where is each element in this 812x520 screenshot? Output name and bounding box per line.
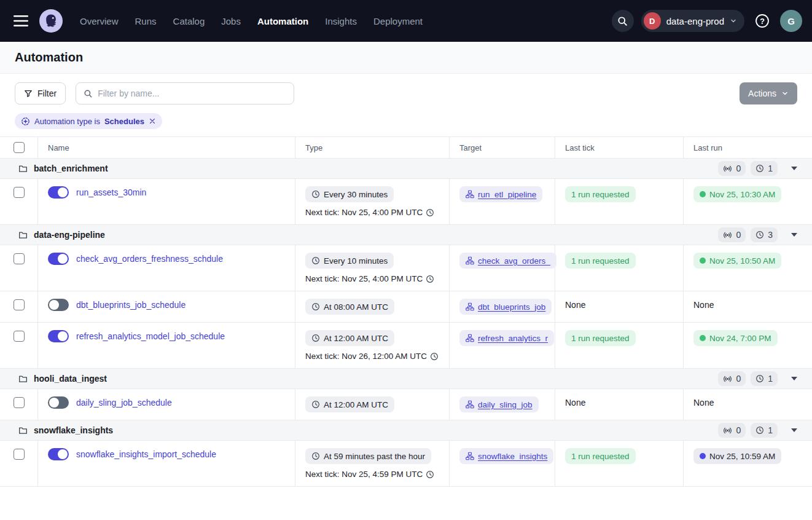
svg-text:?: ? (760, 17, 765, 26)
help-button[interactable]: ? (752, 10, 773, 31)
target-cell: dbt_blueprints_job (450, 291, 555, 322)
row-checkbox[interactable] (14, 449, 25, 460)
nav-overview[interactable]: Overview (80, 16, 119, 26)
row-checkbox[interactable] (14, 397, 25, 408)
job-graph-icon (466, 334, 474, 342)
filter-button[interactable]: Filter (15, 82, 66, 104)
repo-group-row[interactable]: hooli_data_ingest01 (0, 369, 812, 389)
sensor-count: 0 (736, 230, 741, 240)
run-status-dot (700, 258, 706, 264)
toggle-knob (58, 449, 68, 459)
deployment-name: data-eng-prod (666, 16, 724, 26)
automation-name-link[interactable]: check_avg_orders_freshness_schdule (76, 254, 223, 264)
toggle-knob (49, 300, 59, 310)
collapse-chevron-icon[interactable] (791, 428, 797, 432)
filter-funnel-icon (24, 89, 33, 98)
column-header-target: Target (450, 137, 555, 158)
close-icon[interactable] (149, 117, 156, 125)
target-name: dbt_blueprints_job (478, 302, 545, 312)
row-checkbox[interactable] (14, 187, 25, 198)
chevron-down-icon (730, 17, 737, 25)
schedule-interval-chip: Every 10 minutes (305, 253, 394, 269)
schedule-toggle[interactable] (48, 448, 69, 460)
last-run-cell: None (684, 291, 812, 322)
target-chip[interactable]: refresh_analytics_r (459, 330, 554, 346)
nav-runs[interactable]: Runs (135, 16, 157, 26)
last-run-link[interactable]: Nov 25, 10:50 AM (693, 253, 781, 269)
name-cell: snowflake_insights_import_schedule (38, 441, 295, 486)
sensor-count-badge: 0 (718, 161, 746, 176)
row-checkbox-cell (0, 389, 38, 420)
type-cell: At 12:00 AM UTCNext tick: Nov 26, 12:00 … (295, 323, 450, 368)
target-chip[interactable]: check_avg_orders_ (459, 253, 556, 269)
schedule-count-badge: 1 (751, 371, 778, 386)
page-title: Automation (15, 50, 83, 65)
nav-jobs[interactable]: Jobs (221, 16, 241, 26)
collapse-chevron-icon[interactable] (791, 167, 797, 170)
clock-icon (311, 400, 320, 409)
name-filter-input[interactable] (98, 89, 286, 98)
automation-row: snowflake_insights_import_scheduleAt 59 … (0, 441, 812, 487)
sensor-icon (723, 164, 732, 173)
collapse-chevron-icon[interactable] (791, 233, 797, 237)
row-checkbox[interactable] (14, 299, 25, 310)
automations-table: Name Type Target Last tick Last run batc… (0, 137, 812, 487)
nav-insights[interactable]: Insights (325, 16, 357, 26)
help-icon: ? (754, 13, 770, 29)
topbar: OverviewRunsCatalogJobsAutomationInsight… (0, 0, 812, 42)
collapse-chevron-icon[interactable] (791, 377, 797, 380)
filter-chip-automation-type[interactable]: Automation type is Schedules (15, 113, 162, 129)
row-checkbox[interactable] (14, 331, 25, 342)
automation-name-link[interactable]: snowflake_insights_import_schedule (76, 449, 216, 459)
column-header-last-run: Last run (684, 137, 812, 158)
hamburger-menu-button[interactable] (10, 12, 32, 30)
last-tick-none: None (565, 299, 585, 310)
automation-name-link[interactable]: run_assets_30min (76, 187, 146, 197)
last-run-link[interactable]: Nov 24, 7:00 PM (693, 330, 778, 346)
target-chip[interactable]: snowflake_insights (459, 448, 553, 464)
last-run-link[interactable]: Nov 25, 10:59 AM (693, 448, 781, 464)
select-all-checkbox[interactable] (14, 142, 25, 153)
repo-group-row[interactable]: batch_enrichment01 (0, 159, 812, 179)
automation-name-link[interactable]: daily_sling_job_schedule (76, 398, 172, 408)
target-name: daily_sling_job (478, 400, 533, 409)
last-tick-none: None (565, 396, 585, 408)
row-checkbox[interactable] (14, 253, 25, 264)
automation-name-link[interactable]: refresh_analytics_model_job_schedule (76, 331, 225, 341)
clock-icon (426, 208, 434, 217)
schedule-toggle[interactable] (48, 186, 69, 199)
row-checkbox-cell (0, 245, 38, 291)
last-run-link[interactable]: Nov 25, 10:30 AM (693, 186, 781, 202)
automation-row: dbt_blueprints_job_scheduleAt 08:00 AM U… (0, 291, 812, 323)
deployment-switcher[interactable]: D data-eng-prod (641, 10, 744, 32)
nav-automation[interactable]: Automation (257, 16, 308, 26)
job-graph-icon (466, 400, 474, 409)
last-run-cell: Nov 25, 10:30 AM (684, 179, 812, 224)
actions-button[interactable]: Actions (740, 82, 797, 104)
target-chip[interactable]: dbt_blueprints_job (459, 299, 552, 315)
folder-icon (18, 164, 28, 173)
dagster-logo[interactable] (39, 9, 63, 33)
user-avatar[interactable]: G (780, 10, 802, 32)
repo-group-row[interactable]: snowflake_insights01 (0, 420, 812, 441)
automation-name-link[interactable]: dbt_blueprints_job_schedule (76, 300, 185, 310)
schedule-toggle[interactable] (48, 253, 69, 265)
folder-icon (18, 230, 28, 240)
clock-icon (755, 230, 764, 239)
active-filters-row: Automation type is Schedules (0, 109, 812, 137)
row-checkbox-cell (0, 441, 38, 486)
nav-deployment[interactable]: Deployment (373, 16, 423, 26)
search-button[interactable] (612, 10, 634, 32)
nav-catalog[interactable]: Catalog (173, 16, 205, 26)
repo-group-row[interactable]: data-eng-pipeline03 (0, 225, 812, 245)
last-run-cell: Nov 25, 10:50 AM (684, 245, 812, 291)
job-graph-icon (466, 302, 474, 311)
search-icon (617, 16, 628, 26)
target-chip[interactable]: run_etl_pipeline (459, 186, 542, 202)
schedule-toggle[interactable] (48, 330, 69, 342)
job-graph-icon (466, 452, 474, 460)
target-chip[interactable]: daily_sling_job (459, 396, 539, 412)
schedule-toggle[interactable] (48, 396, 69, 409)
schedule-toggle[interactable] (48, 299, 69, 311)
clock-icon (755, 426, 764, 435)
